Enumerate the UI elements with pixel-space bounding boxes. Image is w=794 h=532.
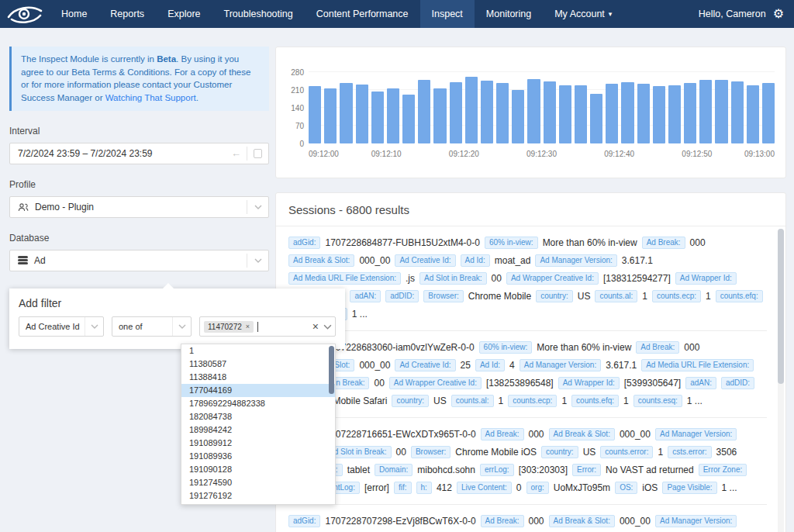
x-axis-tick: 09:12:00	[309, 150, 339, 158]
y-axis-tick: 0	[281, 140, 304, 148]
option-191089912[interactable]: 191089912	[181, 437, 335, 450]
badge-value: Mobile Safari	[333, 396, 387, 406]
option-191090128[interactable]: 191090128	[181, 463, 335, 476]
bar	[340, 83, 352, 143]
arrow-left-icon: ←	[231, 147, 241, 159]
badge-label: h:	[416, 482, 432, 494]
badge-label: Ad Manager Version:	[520, 359, 601, 371]
profile-select[interactable]: Demo - Plugin	[9, 196, 269, 218]
option-191274590[interactable]: 191274590	[181, 476, 335, 489]
option-1789692294882338[interactable]: 1789692294882338	[181, 397, 335, 410]
nav-item-my-account[interactable]: My Account▾	[543, 0, 623, 28]
bar	[496, 83, 509, 143]
option-11380587[interactable]: 11380587	[181, 358, 335, 371]
chip-remove-icon[interactable]: ×	[246, 323, 250, 330]
database-select[interactable]: Ad	[9, 250, 269, 271]
database-chevron[interactable]	[247, 250, 268, 271]
popup-filter-row: Ad Creative Id one of 11470272 × ×	[9, 309, 345, 337]
sessions-scrollbar[interactable]	[778, 229, 784, 532]
badge-label: adGid:	[288, 237, 320, 249]
option-1[interactable]: 1	[181, 344, 335, 358]
bar	[418, 80, 430, 143]
chip-text: 11470272	[208, 323, 242, 331]
badge-label: Ad Break & Slot:	[549, 515, 615, 527]
option-182084738[interactable]: 182084738	[181, 410, 335, 423]
option-11388418[interactable]: 11388418	[181, 371, 335, 384]
bar	[324, 88, 337, 143]
y-axis-tick: 70	[281, 122, 304, 130]
database-label: Database	[9, 233, 269, 244]
badge-label: Page Visible:	[662, 482, 716, 494]
sessions-scrollbar-thumb[interactable]	[778, 229, 784, 384]
filter-field-select[interactable]: Ad Creative Id	[19, 316, 104, 337]
badge-label: counts.efq:	[571, 395, 619, 407]
badge-value: 00	[374, 378, 384, 389]
chevron-down-icon[interactable]	[323, 324, 332, 330]
nav-item-troubleshooting[interactable]: Troubleshooting	[212, 0, 305, 28]
badge-label: Ad Manager Version:	[535, 254, 616, 267]
nav-item-inspect[interactable]: Inspect	[420, 0, 475, 28]
badge-value: 000_00	[620, 516, 651, 527]
badge-label: Ad Creative Id:	[395, 254, 455, 267]
watching-that-logo-icon[interactable]	[0, 0, 50, 28]
badge-label: Ad Break & Slot:	[549, 428, 615, 440]
settings-gear-icon[interactable]: ⚙	[773, 8, 784, 20]
badge-value: 25	[461, 360, 471, 371]
filter-operator-select[interactable]: one of	[112, 316, 192, 337]
nav-items: HomeReportsExploreTroubleshootingContent…	[50, 0, 623, 28]
badge-value: 3.617.1	[622, 255, 653, 266]
badge-label: counts.esq:	[633, 395, 682, 407]
nav-item-explore[interactable]: Explore	[156, 0, 212, 28]
option-177044169[interactable]: 177044169	[181, 384, 335, 397]
option-191276192[interactable]: 191276192	[181, 489, 335, 503]
option-191089936[interactable]: 191089936	[181, 450, 335, 463]
badge-label: fif:	[394, 482, 412, 494]
badge-value: 1 ...	[352, 309, 368, 320]
profile-label: Profile	[9, 179, 269, 190]
badge-label: csts.error:	[668, 446, 711, 458]
clear-all-icon[interactable]: ×	[312, 320, 319, 333]
badge-value: 000_00	[620, 429, 651, 440]
interval-back-button[interactable]: ←	[226, 143, 247, 164]
badge-value: 0	[516, 482, 522, 493]
x-axis-tick: 09:13:00	[744, 150, 775, 158]
badge-value: 000	[684, 342, 699, 353]
chevron-down-icon	[254, 205, 262, 209]
bar	[715, 80, 727, 143]
bar	[371, 92, 384, 143]
database-icon	[18, 256, 28, 264]
badge-value: 000	[529, 516, 544, 527]
y-axis-tick: 140	[281, 104, 304, 112]
badge-value: US	[578, 291, 591, 302]
interval-input[interactable]: 7/2/2024 23:59 – 7/2/2024 23:59 ←	[9, 143, 269, 164]
nav-item-home[interactable]: Home	[50, 0, 98, 28]
support-link[interactable]: Watching That Support	[105, 93, 196, 102]
badge-label: Ad Break:	[642, 237, 685, 249]
badge-label: adAN:	[350, 290, 381, 302]
interval-calendar-button[interactable]	[247, 143, 268, 164]
filter-value-chip[interactable]: 11470272 ×	[204, 321, 254, 333]
badge-label: Live Content:	[457, 482, 512, 494]
nav-item-reports[interactable]: Reports	[98, 0, 156, 28]
filter-operator-chevron[interactable]	[172, 317, 191, 336]
badge-label: country:	[541, 446, 578, 458]
badge-value: 1707228683060-iam0vzlYwZeR-0-0	[325, 342, 474, 353]
profile-chevron[interactable]	[247, 197, 268, 217]
badge-label: Ad Media URL File Extension:	[641, 359, 754, 371]
badge-label: adDID:	[721, 377, 754, 389]
session-row: adGid:1707228684877-FUBH15U2xtM4-0-060% …	[288, 226, 767, 331]
badge-label: Ad Id:	[475, 359, 505, 371]
option-189984242[interactable]: 189984242	[181, 423, 335, 437]
filter-field-chevron[interactable]	[85, 317, 103, 336]
dropdown-scrollbar-thumb[interactable]	[329, 346, 334, 394]
bar	[544, 81, 556, 143]
badge-label: adDID:	[385, 290, 419, 302]
filter-values-input[interactable]: 11470272 × ×	[199, 316, 336, 337]
badge-value: iOS	[642, 482, 658, 493]
nav-item-content-performance[interactable]: Content Performance	[305, 0, 420, 28]
nav-item-monitoring[interactable]: Monitoring	[475, 0, 543, 28]
calendar-icon	[254, 149, 262, 158]
badge-label: Ad Break & Slot:	[288, 254, 354, 267]
badge-label: adGid:	[288, 515, 320, 527]
text-cursor	[257, 322, 258, 332]
